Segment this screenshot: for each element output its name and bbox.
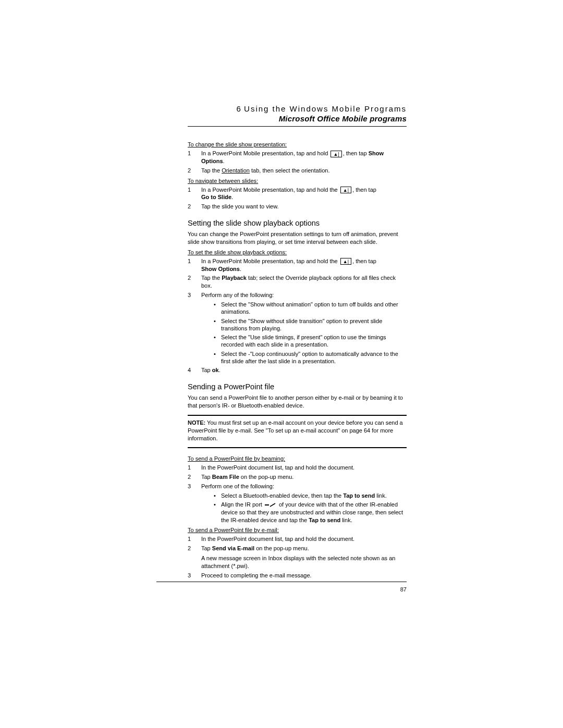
bullet-item: Select the "Show without animation" opti… xyxy=(201,301,407,316)
steps-list: In a PowerPoint Mobile presentation, tap… xyxy=(188,186,407,211)
section-title: To navigate between slides: xyxy=(188,178,407,184)
note-label: NOTE: xyxy=(188,419,205,426)
text: In a PowerPoint Mobile presentation, tap… xyxy=(201,150,329,156)
text: In a PowerPoint Mobile presentation, tap… xyxy=(201,258,339,264)
steps-list: In a PowerPoint Mobile presentation, tap… xyxy=(188,150,407,175)
svg-rect-0 xyxy=(265,504,269,505)
bold-text: Show Options xyxy=(201,266,240,272)
paragraph: You can send a PowerPoint file to anothe… xyxy=(188,394,407,410)
bold-text: Tap to send xyxy=(343,492,375,499)
text: Tap xyxy=(201,474,212,480)
section-title: To send a PowerPoint file by beaming: xyxy=(188,455,407,462)
text: . xyxy=(223,158,225,164)
step-item: In a PowerPoint Mobile presentation, tap… xyxy=(188,257,407,273)
step-extra: A new message screen in Inbox displays w… xyxy=(201,554,407,570)
bullet-item: Select the -"Loop continuously" option t… xyxy=(201,350,407,365)
paragraph: You can change the PowerPoint presentati… xyxy=(188,230,407,246)
text: Tap xyxy=(201,545,212,551)
step-item: Tap the Playback tab; select the Overrid… xyxy=(188,274,407,290)
text: Select a Bluetooth-enabled device, then … xyxy=(221,492,343,499)
text: on the pop-up menu. xyxy=(239,474,294,480)
step-item: Tap the Orientation tab, then select the… xyxy=(188,167,407,175)
text: Tap xyxy=(201,367,212,373)
bullet-list: Select a Bluetooth-enabled device, then … xyxy=(201,492,407,524)
steps-list: In the PowerPoint document list, tap and… xyxy=(188,464,407,524)
text: , then tap xyxy=(352,258,376,264)
chapter-text: Using the Windows Mobile Programs xyxy=(244,104,407,113)
step-item: Tap the slide you want to view. xyxy=(188,203,407,211)
note-block: NOTE: You must first set up an e-mail ac… xyxy=(188,419,407,442)
note-text: You must first set up an e-mail account … xyxy=(188,419,403,441)
header-subtitle: Microsoft Office Mobile programs xyxy=(188,114,407,123)
text: In a PowerPoint Mobile presentation, tap… xyxy=(201,187,339,193)
section-title: To set the slide show playback options: xyxy=(188,249,407,255)
step-item: In a PowerPoint Mobile presentation, tap… xyxy=(188,186,407,202)
bullet-list: Select the "Show without animation" opti… xyxy=(201,301,407,365)
note-divider-top xyxy=(188,415,407,416)
chapter-number: 6 xyxy=(237,104,241,113)
header-rule xyxy=(188,126,407,127)
bold-text: Tap to send xyxy=(309,517,340,523)
step-item: In the PowerPoint document list, tap and… xyxy=(188,464,407,472)
text: . xyxy=(240,266,241,272)
text: Tap the xyxy=(201,275,222,281)
text: link. xyxy=(340,517,352,523)
text: Perform one of the following: xyxy=(201,483,274,489)
step-item: Proceed to completing the e-mail message… xyxy=(188,572,407,579)
section-title: To change the slide show presentation: xyxy=(188,141,407,147)
text: on the pop-up menu. xyxy=(254,545,309,551)
text: link. xyxy=(375,492,387,499)
step-item: Perform one of the following: Select a B… xyxy=(188,483,407,524)
section-title: To send a PowerPoint file by e-mail: xyxy=(188,527,407,533)
heading: Setting the slide show playback options xyxy=(188,219,407,227)
ir-port-icon xyxy=(265,501,276,509)
bold-text: Playback xyxy=(222,275,247,281)
bullet-item: Select a Bluetooth-enabled device, then … xyxy=(201,492,407,499)
step-item: In the PowerPoint document list, tap and… xyxy=(188,535,407,543)
note-divider-bottom xyxy=(188,447,407,448)
underline-text: Orientation xyxy=(222,167,250,174)
text: , then tap xyxy=(352,187,376,193)
step-item: Tap Beam File on the pop-up menu. xyxy=(188,473,407,481)
menu-up-icon: ▲| xyxy=(331,151,341,157)
text: , then tap xyxy=(343,150,369,156)
steps-list: In the PowerPoint document list, tap and… xyxy=(188,535,407,579)
page-header: 6 Using the Windows Mobile Programs Micr… xyxy=(188,104,407,123)
text: Align the IR port xyxy=(221,501,264,508)
step-item: Tap Send via E-mail on the pop-up menu. … xyxy=(188,545,407,570)
bold-text: ok xyxy=(212,367,219,373)
menu-up-icon: ▲| xyxy=(340,187,351,193)
page-number: 87 xyxy=(400,586,407,593)
step-item: Tap ok. xyxy=(188,366,407,374)
bold-text: Go to Slide xyxy=(201,194,231,200)
document-page: 6 Using the Windows Mobile Programs Micr… xyxy=(0,0,563,728)
text: Tap the xyxy=(201,167,222,174)
menu-up-icon: ▲| xyxy=(340,258,351,265)
text: tab, then select the orientation. xyxy=(250,167,330,174)
bullet-item: Select the "Use slide timings, if presen… xyxy=(201,334,407,349)
bullet-item: Align the IR port of your device with th… xyxy=(201,501,407,524)
text: . xyxy=(219,367,221,373)
footer-rule xyxy=(156,582,407,582)
bold-text: Send via E-mail xyxy=(212,545,254,551)
steps-list: In a PowerPoint Mobile presentation, tap… xyxy=(188,257,407,374)
step-item: Perform any of the following: Select the… xyxy=(188,291,407,365)
bullet-item: Select the "Show without slide transitio… xyxy=(201,317,407,332)
heading: Sending a PowerPoint file xyxy=(188,382,407,391)
text: . xyxy=(231,194,233,200)
chapter-title: 6 Using the Windows Mobile Programs xyxy=(188,104,407,113)
step-item: In a PowerPoint Mobile presentation, tap… xyxy=(188,150,407,165)
text: Perform any of the following: xyxy=(201,292,274,298)
bold-text: Beam File xyxy=(212,474,239,480)
